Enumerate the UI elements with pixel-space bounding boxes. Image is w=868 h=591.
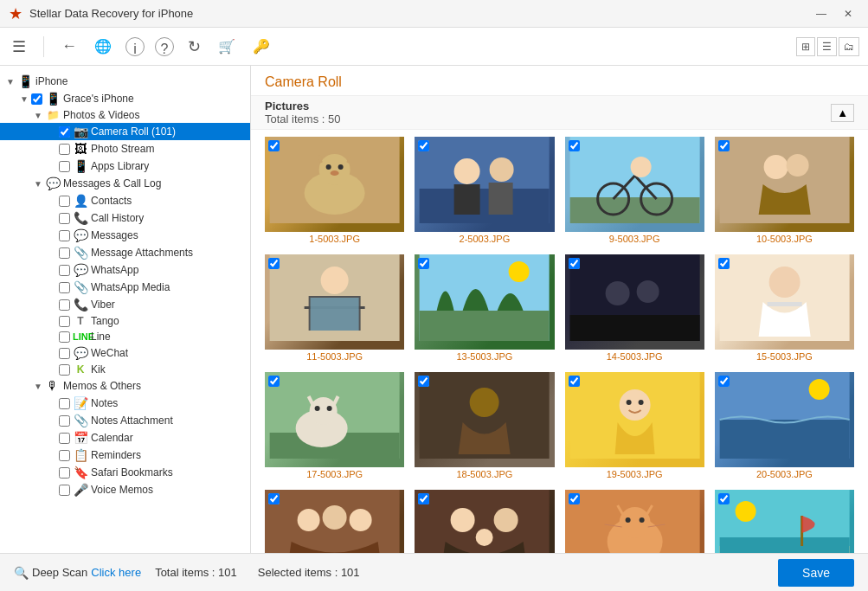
photo-stream-checkbox[interactable] (59, 144, 70, 155)
tango-checkbox[interactable] (59, 316, 70, 327)
back-button[interactable]: ← (58, 34, 80, 59)
sidebar-item-tango[interactable]: T Tango (0, 313, 250, 329)
sidebar-item-label: Viber (91, 299, 115, 311)
sidebar-item-memos-others[interactable]: ▼ 🎙 Memos & Others (0, 377, 250, 395)
scroll-up-button[interactable]: ▲ (831, 104, 854, 122)
sidebar-item-contacts[interactable]: 👤 Contacts (0, 192, 250, 209)
sidebar-item-kik[interactable]: K Kik (0, 362, 250, 377)
line-checkbox[interactable] (59, 331, 70, 343)
save-button[interactable]: Save (778, 559, 854, 587)
toolbar: ☰ ← 🌐 i ? ↻ 🛒 🔑 ⊞ ☰ 🗂 (0, 28, 868, 66)
sidebar-item-label: Contacts (91, 195, 132, 207)
title-bar-controls: — ✕ (809, 6, 859, 22)
sidebar-item-photos-videos[interactable]: ▼ 📁 Photos & Videos (0, 107, 250, 123)
sidebar-item-viber[interactable]: 📞 Viber (0, 296, 250, 313)
photo-checkbox[interactable] (268, 493, 280, 504)
photo-checkbox[interactable] (569, 493, 580, 504)
messages-checkbox[interactable] (59, 230, 70, 241)
cart-button[interactable]: 🛒 (215, 35, 239, 58)
sidebar-item-wechat[interactable]: 💬 WeChat (0, 344, 250, 362)
minimize-button[interactable]: — (809, 6, 833, 22)
voice-memos-checkbox[interactable] (59, 485, 70, 496)
photo-checkbox[interactable] (418, 376, 429, 387)
photo-wrapper (415, 254, 554, 350)
svg-rect-7 (420, 189, 550, 223)
photo-checkbox[interactable] (418, 493, 429, 504)
globe-button[interactable]: 🌐 (91, 35, 115, 58)
sidebar-item-whatsapp-media[interactable]: 📎 WhatsApp Media (0, 279, 250, 296)
wechat-checkbox[interactable] (59, 348, 70, 359)
photo-checkbox[interactable] (569, 140, 580, 151)
svg-point-2 (319, 154, 350, 185)
photo-wrapper (265, 254, 404, 350)
sidebar-item-iphone[interactable]: ▼ 📱 iPhone (0, 73, 250, 90)
help-button[interactable]: ? (155, 37, 174, 56)
message-attachments-checkbox[interactable] (59, 247, 70, 259)
camera-roll-checkbox[interactable] (59, 126, 70, 138)
sidebar-item-messages-call-log[interactable]: ▼ 💬 Messages & Call Log (0, 175, 250, 192)
sidebar-item-label: Calendar (91, 432, 133, 444)
contacts-checkbox[interactable] (59, 196, 70, 207)
iphone-icon: 📱 (17, 74, 33, 88)
apps-library-icon: 📱 (73, 159, 88, 173)
photo-checkbox[interactable] (418, 140, 429, 151)
svg-rect-28 (420, 311, 550, 341)
sidebar-item-label: Apps Library (91, 160, 149, 172)
apps-library-checkbox[interactable] (59, 161, 70, 172)
sidebar-item-reminders[interactable]: 📋 Reminders (0, 446, 250, 464)
sidebar-item-camera-roll[interactable]: 📷 Camera Roll (101) (0, 123, 250, 140)
grid-view-button[interactable]: ⊞ (796, 37, 815, 56)
safari-bookmarks-checkbox[interactable] (59, 467, 70, 479)
photo-checkbox[interactable] (268, 140, 280, 151)
sidebar-item-whatsapp[interactable]: 💬 WhatsApp (0, 261, 250, 279)
folder-view-button[interactable]: 🗂 (839, 37, 859, 56)
call-history-checkbox[interactable] (59, 213, 70, 224)
sidebar-item-photo-stream[interactable]: 🖼 Photo Stream (0, 140, 250, 157)
sidebar-item-message-attachments[interactable]: 📎 Message Attachments (0, 244, 250, 261)
sidebar-item-safari-bookmarks[interactable]: 🔖 Safari Bookmarks (0, 464, 250, 481)
notes-checkbox[interactable] (59, 398, 70, 409)
whatsapp-media-checkbox[interactable] (59, 282, 70, 293)
sidebar-item-calendar[interactable]: 📅 Calendar (0, 429, 250, 446)
whatsapp-checkbox[interactable] (59, 265, 70, 276)
photo-checkbox[interactable] (268, 376, 280, 387)
list-view-button[interactable]: ☰ (817, 37, 837, 56)
photo-wrapper (265, 490, 404, 553)
photo-checkbox[interactable] (718, 258, 730, 269)
close-button[interactable]: ✕ (837, 6, 859, 22)
sidebar-item-call-history[interactable]: 📞 Call History (0, 209, 250, 227)
sidebar-item-notes[interactable]: 📝 Notes (0, 395, 250, 412)
sidebar-item-voice-memos[interactable]: 🎤 Voice Memos (0, 481, 250, 498)
sidebar-item-messages[interactable]: 💬 Messages (0, 227, 250, 244)
sidebar-item-label: Notes (91, 397, 118, 409)
sidebar-item-apps-library[interactable]: 📱 Apps Library (0, 157, 250, 175)
photo-checkbox[interactable] (718, 140, 730, 151)
photo-checkbox[interactable] (268, 258, 280, 269)
svg-point-70 (735, 501, 755, 522)
viber-checkbox[interactable] (59, 299, 70, 311)
toolbar-right: ⊞ ☰ 🗂 (796, 37, 859, 56)
notes-attachment-checkbox[interactable] (59, 415, 70, 427)
photo-wrapper (415, 490, 554, 553)
kik-checkbox[interactable] (59, 364, 70, 376)
key-button[interactable]: 🔑 (249, 35, 273, 58)
calendar-checkbox[interactable] (59, 433, 70, 444)
sidebar-item-line[interactable]: LINE Line (0, 329, 250, 344)
sidebar-item-label: Grace's iPhone (63, 93, 134, 105)
hamburger-button[interactable]: ☰ (9, 34, 29, 60)
sidebar-item-graces-iphone[interactable]: ▼ 📱 Grace's iPhone (0, 90, 250, 107)
photo-checkbox[interactable] (718, 493, 730, 504)
svg-point-44 (470, 388, 499, 417)
graces-iphone-checkbox[interactable] (31, 93, 42, 105)
reminders-checkbox[interactable] (59, 450, 70, 461)
photo-checkbox[interactable] (718, 376, 730, 387)
click-here-link[interactable]: Click here (91, 566, 141, 579)
sidebar-item-notes-attachment[interactable]: 📎 Notes Attachment (0, 412, 250, 429)
photo-checkbox[interactable] (418, 258, 429, 269)
info-button[interactable]: i (125, 37, 145, 56)
photo-checkbox[interactable] (569, 258, 580, 269)
photo-wrapper (415, 137, 554, 232)
photo-checkbox[interactable] (569, 376, 580, 387)
refresh-button[interactable]: ↻ (184, 34, 204, 60)
bottom-bar-left: 🔍 Deep Scan Click here Total items : 101… (14, 566, 360, 580)
